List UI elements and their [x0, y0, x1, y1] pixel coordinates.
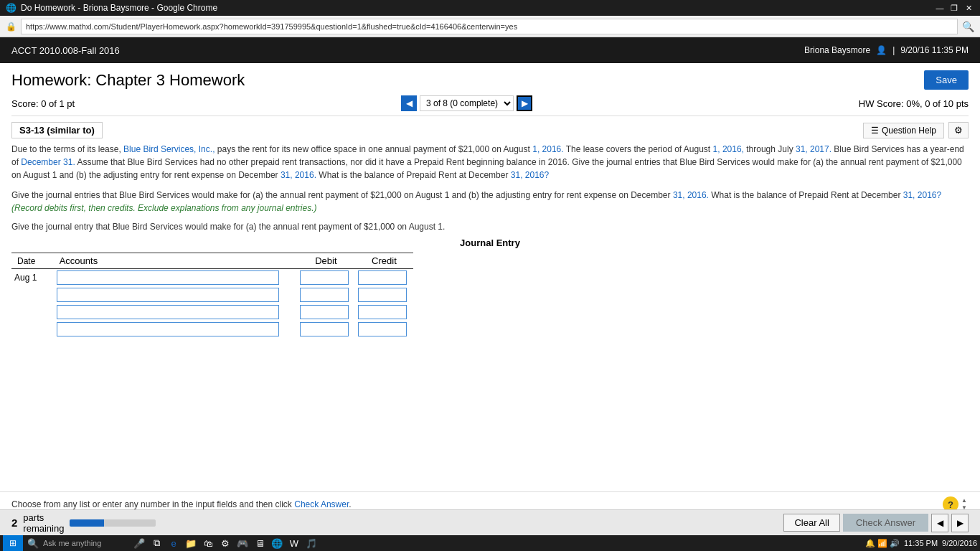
clear-all-button[interactable]: Clear All — [783, 514, 839, 532]
app9-icon[interactable]: 🎵 — [304, 536, 319, 550]
score-display: Score: 0 of 1 pt — [11, 98, 75, 109]
account-input-2[interactable] — [57, 288, 279, 302]
app5-icon[interactable]: ⚙ — [218, 536, 232, 550]
parts-labels: parts remaining — [23, 512, 64, 534]
date-header: Date — [11, 253, 54, 269]
title-bar: 🌐 Do Homework - Briona Baysmore - Google… — [0, 0, 980, 16]
word-icon[interactable]: W — [287, 536, 301, 550]
hw-score-text: HW Score: 0%, 0 of 10 pts — [859, 98, 969, 109]
parts-number: 2 — [11, 517, 17, 529]
question-navigator: ◀ 3 of 8 (0 complete) ▶ — [401, 95, 532, 111]
credit-input-2[interactable] — [358, 288, 407, 302]
taskbar-right: 🔔 📶 🔊 11:35 PM 9/20/2016 — [865, 539, 977, 548]
user-info: Briona Baysmore 👤 | 9/20/16 11:35 PM — [804, 45, 969, 55]
question-id-badge: S3-13 (similar to) — [11, 122, 103, 138]
minimize-button[interactable]: — — [934, 2, 946, 14]
table-row — [11, 303, 413, 321]
url-bar[interactable]: https://www.mathxl.com/Student/PlayerHom… — [21, 19, 958, 34]
maximize-button[interactable]: ❐ — [948, 2, 960, 14]
bottom-right-actions: Clear All Check Answer ◀ ▶ — [783, 514, 969, 532]
debit-cell-2 — [297, 286, 355, 303]
search-icon[interactable]: 🔍 — [962, 21, 974, 32]
table-row — [11, 286, 413, 303]
credit-input-4[interactable] — [358, 322, 407, 336]
explorer-icon[interactable]: 📁 — [184, 536, 198, 550]
browser-icon: 🌐 — [6, 3, 17, 13]
main-content: Homework: Chapter 3 Homework Save Score:… — [0, 63, 980, 345]
check-answer-button[interactable]: Check Answer — [843, 514, 928, 532]
app7-icon[interactable]: 🖥 — [253, 536, 267, 550]
app6-icon[interactable]: 🎮 — [235, 536, 250, 550]
username: Briona Baysmore — [804, 45, 870, 55]
search-taskbar-input[interactable]: Ask me anything — [43, 539, 129, 547]
debit-cell-1 — [297, 269, 355, 287]
date-cell-3 — [11, 303, 54, 321]
question-tools: ☰ Question Help ⚙ — [863, 122, 969, 138]
separator: | — [892, 45, 895, 55]
save-button[interactable]: Save — [924, 70, 969, 90]
parts-remaining: 2 parts remaining — [11, 512, 156, 534]
address-bar: 🔒 https://www.mathxl.com/Student/PlayerH… — [0, 16, 980, 37]
question-text-block-2: Give the journal entries that Blue Bird … — [11, 189, 969, 215]
debit-input-2[interactable] — [300, 288, 349, 302]
windows-taskbar: ⊞ 🔍 Ask me anything 🎤 ⧉ e 📁 🛍 ⚙ 🎮 🖥 🌐 W … — [0, 535, 980, 551]
score-value: 0 of 1 pt — [41, 98, 75, 109]
credit-cell-2 — [355, 286, 413, 303]
question-paragraph-2: Give the journal entries that Blue Bird … — [11, 189, 969, 215]
credit-cell-1 — [355, 269, 413, 287]
debit-cell-3 — [297, 303, 355, 321]
score-label: Score: — [11, 98, 39, 109]
hw-score-display: HW Score: 0%, 0 of 10 pts — [859, 98, 969, 109]
credit-cell-4 — [355, 321, 413, 338]
microphone-icon[interactable]: 🎤 — [132, 536, 146, 550]
debit-input-4[interactable] — [300, 322, 349, 336]
start-button[interactable]: ⊞ — [3, 535, 23, 551]
debit-input-3[interactable] — [300, 305, 349, 319]
window-controls: — ❐ ✕ — [934, 2, 974, 14]
settings-button[interactable]: ⚙ — [948, 122, 969, 138]
clock-time: 11:35 PM — [904, 539, 938, 547]
prev-question-button[interactable]: ◀ — [401, 95, 417, 111]
account-cell-1 — [54, 269, 297, 287]
window-title: Do Homework - Briona Baysmore - Google C… — [21, 3, 217, 13]
store-icon[interactable]: 🛍 — [201, 536, 215, 550]
account-input-1[interactable] — [57, 270, 279, 285]
prev-nav-button[interactable]: ◀ — [931, 514, 948, 532]
account-cell-4 — [54, 321, 297, 338]
clock-date: 9/20/2016 — [942, 539, 977, 547]
score-row: Score: 0 of 1 pt ◀ 3 of 8 (0 complete) ▶… — [11, 95, 969, 116]
top-navigation: ACCT 2010.008-Fall 2016 Briona Baysmore … — [0, 37, 980, 63]
date-cell-4 — [11, 321, 54, 338]
close-button[interactable]: ✕ — [963, 2, 974, 14]
progress-bar-container — [70, 519, 156, 527]
search-taskbar-icon[interactable]: 🔍 — [26, 536, 40, 550]
question-help-button[interactable]: ☰ Question Help — [863, 123, 944, 138]
table-row: Aug 1 — [11, 269, 413, 287]
credit-input-3[interactable] — [358, 305, 407, 319]
account-cell-2 — [54, 286, 297, 303]
course-title: ACCT 2010.008-Fall 2016 — [11, 45, 120, 56]
next-question-button[interactable]: ▶ — [517, 95, 532, 111]
remaining-text: remaining — [23, 523, 64, 534]
journal-entry-title: Journal Entry — [11, 237, 969, 248]
account-input-3[interactable] — [57, 305, 279, 319]
edge-icon[interactable]: e — [166, 536, 181, 550]
instruction-text: Choose from any list or enter any number… — [11, 499, 352, 509]
progress-bar-fill — [70, 519, 104, 527]
task-view-icon[interactable]: ⧉ — [149, 536, 164, 550]
question-select[interactable]: 3 of 8 (0 complete) — [420, 95, 514, 111]
debit-input-1[interactable] — [300, 270, 349, 285]
accounts-header: Accounts — [54, 253, 297, 269]
debit-header: Debit — [297, 253, 355, 269]
sub-question-text: Give the journal entry that Blue Bird Se… — [11, 222, 969, 232]
credit-input-1[interactable] — [358, 270, 407, 285]
system-tray-icons: 🔔 📶 🔊 — [865, 539, 900, 548]
list-icon: ☰ — [871, 126, 879, 136]
account-input-4[interactable] — [57, 322, 279, 336]
record-note: (Record debits first, then credits. Excl… — [11, 203, 317, 213]
next-nav-button[interactable]: ▶ — [951, 514, 969, 532]
date-cell-aug1: Aug 1 — [11, 269, 54, 287]
credit-cell-3 — [355, 303, 413, 321]
chrome-icon[interactable]: 🌐 — [270, 536, 284, 550]
credit-header: Credit — [355, 253, 413, 269]
